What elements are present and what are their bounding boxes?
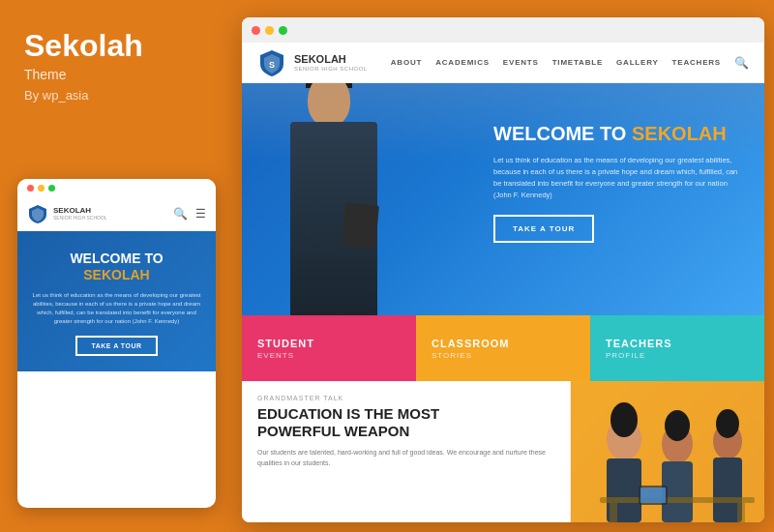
feature-boxes: STUDENT EVENTS CLASSROOM STORIES TEACHER… — [242, 315, 764, 381]
svg-point-4 — [610, 402, 638, 437]
nav-link-academics[interactable]: ACADEMICS — [435, 58, 490, 67]
nav-link-timetable[interactable]: TIMETABLE — [552, 58, 603, 67]
feature-teachers-sub: PROFILE — [606, 351, 749, 360]
mobile-hero-brand: SEKOLAH — [83, 267, 149, 282]
desktop-title-bar — [242, 17, 764, 43]
mobile-nav-icons: 🔍 ☰ — [173, 207, 206, 221]
feature-classroom-sub: STORIES — [432, 351, 575, 360]
desktop-logo-sub: SENIOR HIGH SCHOOL — [294, 66, 368, 72]
bottom-heading: EDUCATION IS THE MOST POWERFUL WEAPON — [257, 405, 554, 440]
mobile-mockup: SEKOLAH SENIOR HIGH SCHOOL 🔍 ☰ WELCOME T… — [17, 179, 216, 508]
desktop-search-icon[interactable]: 🔍 — [734, 56, 749, 70]
theme-author: By wp_asia — [24, 88, 213, 103]
theme-subtitle: Theme — [24, 67, 213, 82]
bottom-section: Grandmaster Talk EDUCATION IS THE MOST P… — [242, 381, 764, 522]
desktop-logo: S SEKOLAH SENIOR HIGH SCHOOL — [257, 48, 368, 77]
desktop-mockup: S SEKOLAH SENIOR HIGH SCHOOL ABOUT ACADE… — [242, 17, 764, 522]
desktop-hero-content: WELCOME TO SEKOLAH Let us think of educa… — [493, 122, 745, 243]
bottom-tag: Grandmaster Talk — [257, 395, 554, 401]
mobile-title-bar — [17, 179, 216, 197]
mobile-cta-button[interactable]: TAKE A TOUR — [75, 336, 157, 356]
feature-teachers-title: TEACHERS — [606, 338, 749, 349]
classroom-image — [571, 381, 764, 522]
bottom-article: Grandmaster Talk EDUCATION IS THE MOST P… — [242, 381, 571, 522]
desktop-hero-brand: SEKOLAH — [632, 123, 727, 144]
mobile-dot-yellow — [38, 185, 45, 192]
mobile-dot-red — [27, 185, 34, 192]
mobile-hero: WELCOME TO SEKOLAH Let us think of educa… — [17, 231, 216, 371]
feature-box-teachers[interactable]: TEACHERS PROFILE — [590, 315, 764, 381]
svg-rect-11 — [600, 497, 755, 503]
bottom-body-text: Our students are talented, hard-working … — [257, 448, 554, 468]
desktop-hero-cta[interactable]: TAKE A TOUR — [493, 215, 594, 243]
desktop-dot-green — [279, 26, 287, 35]
desktop-dot-yellow — [265, 26, 274, 35]
svg-text:S: S — [269, 60, 275, 70]
nav-link-gallery[interactable]: GALLERY — [616, 58, 659, 67]
mobile-hero-text: Let us think of education as the means o… — [29, 291, 204, 326]
bottom-heading-line2: POWERFUL WEAPON — [257, 423, 554, 440]
person-head — [308, 83, 350, 127]
nav-link-teachers[interactable]: TEACHERS — [672, 58, 721, 67]
desktop-hero: WELCOME TO SEKOLAH Let us think of educa… — [242, 83, 764, 315]
desktop-dot-red — [252, 26, 260, 35]
mobile-nav: SEKOLAH SENIOR HIGH SCHOOL 🔍 ☰ — [17, 197, 216, 231]
nav-link-events[interactable]: EVENTS — [503, 58, 539, 67]
bottom-image — [571, 381, 764, 522]
svg-point-7 — [665, 410, 690, 441]
feature-box-classroom[interactable]: CLASSROOM STORIES — [416, 315, 590, 381]
svg-rect-15 — [640, 488, 666, 503]
person-notebook — [342, 203, 379, 250]
mobile-dot-green — [48, 185, 55, 192]
svg-rect-13 — [737, 503, 745, 522]
feature-box-student[interactable]: STUDENT EVENTS — [242, 315, 416, 381]
classroom-illustration — [571, 381, 764, 522]
mobile-hero-title: WELCOME TO SEKOLAH — [29, 251, 204, 283]
left-panel: Sekolah Theme By wp_asia SEKOLAH SENIOR … — [0, 0, 237, 532]
desktop-logo-text-group: SEKOLAH SENIOR HIGH SCHOOL — [294, 53, 368, 71]
svg-rect-12 — [610, 503, 617, 522]
desktop-hero-title: WELCOME TO SEKOLAH — [493, 122, 745, 145]
desktop-nav: S SEKOLAH SENIOR HIGH SCHOOL ABOUT ACADE… — [242, 43, 764, 83]
mobile-search-icon: 🔍 — [173, 207, 188, 221]
desktop-logo-name: SEKOLAH — [294, 53, 368, 65]
desktop-shield-icon: S — [257, 48, 286, 77]
feature-student-sub: EVENTS — [257, 351, 401, 360]
mobile-menu-icon: ☰ — [195, 207, 206, 221]
svg-point-10 — [716, 409, 739, 438]
feature-classroom-title: CLASSROOM — [432, 338, 575, 349]
theme-title: Sekolah — [24, 29, 213, 63]
feature-student-title: STUDENT — [257, 338, 401, 349]
hero-person — [271, 93, 416, 315]
desktop-nav-links: ABOUT ACADEMICS EVENTS TIMETABLE GALLERY… — [391, 56, 749, 70]
mobile-shield-icon — [27, 203, 48, 224]
mobile-logo: SEKOLAH SENIOR HIGH SCHOOL — [27, 203, 107, 224]
desktop-hero-text: Let us think of education as the means o… — [493, 155, 745, 201]
person-body — [290, 122, 377, 315]
bottom-heading-line1: EDUCATION IS THE MOST — [257, 405, 554, 423]
mobile-logo-text: SEKOLAH SENIOR HIGH SCHOOL — [53, 207, 107, 222]
nav-link-about[interactable]: ABOUT — [391, 58, 422, 67]
